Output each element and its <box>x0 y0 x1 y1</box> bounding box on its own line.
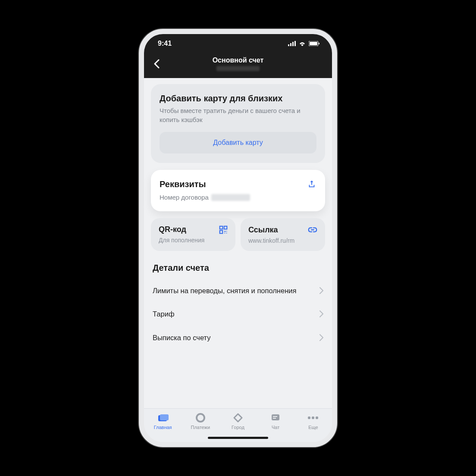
status-icons <box>288 41 320 46</box>
svg-rect-6 <box>319 43 319 44</box>
svg-rect-15 <box>160 414 169 420</box>
chevron-right-icon <box>319 287 323 294</box>
payments-icon <box>196 413 205 423</box>
qr-title: QR-код <box>159 225 186 234</box>
chevron-right-icon <box>319 334 323 341</box>
chat-icon <box>271 413 280 423</box>
home-indicator[interactable] <box>208 437 268 439</box>
svg-rect-0 <box>288 44 289 46</box>
svg-rect-18 <box>273 416 277 417</box>
qr-card[interactable]: QR-код Для пополнения <box>151 218 235 251</box>
link-card[interactable]: Ссылка www.tinkoff.ru/rm <box>241 218 325 251</box>
nav-header: Основной счет <box>144 53 332 78</box>
promo-title: Добавить карту для близких <box>160 94 316 103</box>
chevron-right-icon <box>319 310 323 317</box>
svg-rect-7 <box>220 226 223 229</box>
link-icon <box>308 225 317 235</box>
promo-subtitle: Чтобы вместе тратить деньги с вашего сче… <box>160 106 316 124</box>
list-item-statement[interactable]: Выписка по счету <box>151 326 325 349</box>
qr-link-row: QR-код Для пополнения Ссылка www.tinkoff… <box>151 218 325 251</box>
link-title: Ссылка <box>248 225 278 235</box>
svg-rect-13 <box>226 232 227 233</box>
cellular-icon <box>288 41 296 46</box>
requisites-card[interactable]: Реквизиты Номер договора <box>151 170 325 211</box>
list-label: Тариф <box>153 309 174 319</box>
qr-icon <box>219 225 228 234</box>
svg-rect-1 <box>290 43 291 46</box>
svg-rect-10 <box>225 231 226 232</box>
home-icon <box>157 413 169 422</box>
requisites-title: Реквизиты <box>160 179 250 189</box>
add-card-promo: Добавить карту для близких Чтобы вместе … <box>151 84 325 163</box>
svg-point-16 <box>197 414 204 422</box>
wifi-icon <box>298 41 306 46</box>
contract-label: Номер договора <box>160 193 209 202</box>
content: Добавить карту для близких Чтобы вместе … <box>144 78 332 408</box>
share-icon <box>307 179 316 189</box>
svg-rect-12 <box>225 232 225 233</box>
tab-home[interactable]: Главная <box>148 412 178 430</box>
svg-rect-3 <box>294 41 296 46</box>
link-subtitle: www.tinkoff.ru/rm <box>248 237 317 244</box>
account-number-redacted <box>216 66 260 71</box>
svg-rect-9 <box>220 230 223 233</box>
svg-rect-11 <box>226 231 227 232</box>
svg-rect-2 <box>292 42 294 46</box>
svg-rect-8 <box>224 226 227 229</box>
list-label: Лимиты на переводы, снятия и пополнения <box>153 286 296 295</box>
tab-payments[interactable]: Платежи <box>185 412 216 430</box>
list-item-limits[interactable]: Лимиты на переводы, снятия и пополнения <box>151 279 325 302</box>
tab-more[interactable]: Еще <box>298 412 328 430</box>
svg-rect-5 <box>310 42 317 45</box>
details-heading: Детали счета <box>151 260 325 279</box>
status-bar: 9:41 <box>144 34 332 53</box>
page-title: Основной счет <box>150 56 326 71</box>
list-item-tariff[interactable]: Тариф <box>151 302 325 326</box>
contract-number-redacted <box>211 194 250 201</box>
battery-icon <box>309 41 320 46</box>
qr-subtitle: Для пополнения <box>159 237 228 244</box>
tab-city[interactable]: Город <box>223 412 253 430</box>
status-time: 9:41 <box>158 40 172 47</box>
svg-rect-22 <box>316 416 318 419</box>
share-button[interactable] <box>307 179 316 191</box>
phone-frame: 9:41 Основной счет Добавить карту для бл… <box>139 29 337 447</box>
list-label: Выписка по счету <box>153 333 211 342</box>
svg-rect-21 <box>312 416 314 419</box>
more-icon <box>307 416 319 420</box>
tab-chat[interactable]: Чат <box>260 412 291 430</box>
svg-rect-20 <box>308 416 310 419</box>
svg-rect-19 <box>273 418 276 419</box>
svg-rect-17 <box>272 414 279 420</box>
add-card-button[interactable]: Добавить карту <box>160 132 316 153</box>
city-icon <box>233 413 243 423</box>
